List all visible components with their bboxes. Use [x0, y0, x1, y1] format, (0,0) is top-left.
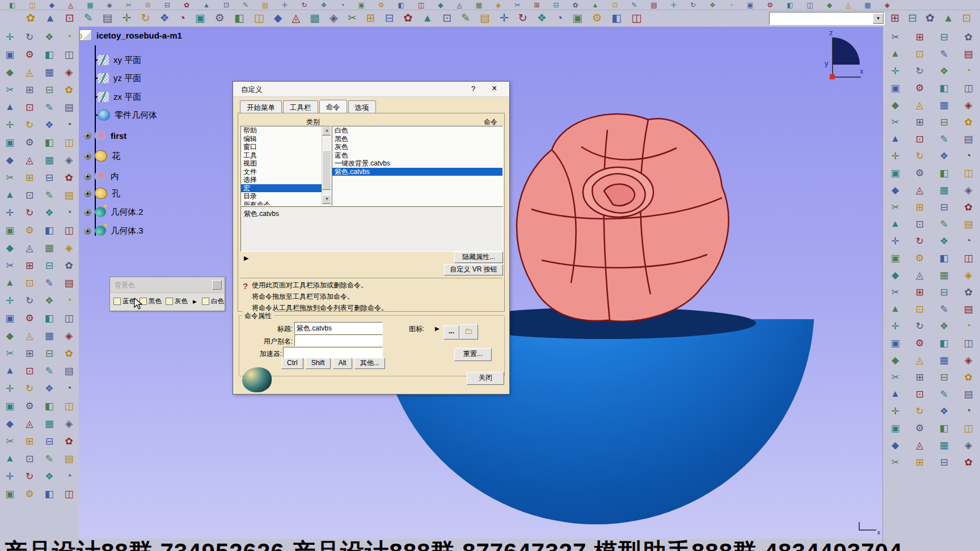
modifier-button-Alt[interactable]: Alt	[333, 358, 352, 369]
toolbar-icon[interactable]: ▲	[422, 12, 433, 24]
toolbar-icon[interactable]: ❖	[159, 11, 169, 24]
toolbar-icon[interactable]: ◈	[65, 330, 73, 342]
toolbar-icon[interactable]: ◬	[26, 418, 33, 430]
list-item[interactable]: 视图	[241, 159, 331, 168]
toolbar-icon[interactable]: ⚙	[915, 422, 924, 434]
toolbar-icon[interactable]: ✎	[940, 48, 948, 60]
toolbar-icon[interactable]: ❖	[45, 31, 53, 43]
toolbar-icon[interactable]: ◈	[885, 1, 890, 9]
toolbar-icon[interactable]: ▦	[45, 242, 54, 254]
toolbar-icon[interactable]: ▦	[476, 1, 482, 9]
toolbar-icon[interactable]: ▣	[747, 1, 753, 9]
modifier-button-Ctrl[interactable]: Ctrl	[281, 358, 303, 369]
toolbar-icon[interactable]: ◫	[65, 49, 74, 61]
toolbar-icon[interactable]: ◆	[892, 439, 899, 451]
toolbar-icon[interactable]: ◈	[65, 418, 73, 430]
toolbar-icon[interactable]: ⊞	[366, 11, 375, 24]
toolbar-icon[interactable]: ⊞	[26, 172, 33, 184]
toolbar-icon[interactable]: ◫	[631, 11, 641, 24]
toolbar-icon[interactable]: ⊡	[65, 11, 74, 24]
checkbox-灰色[interactable]	[166, 298, 173, 305]
toolbar-icon[interactable]: ◔	[66, 31, 71, 43]
toolbar-icon[interactable]: ▣	[5, 488, 14, 500]
toolbar-icon[interactable]: ◫	[964, 167, 973, 179]
toolbar-icon[interactable]: ▣	[5, 312, 14, 324]
toolbar-icon[interactable]: ◔	[66, 207, 71, 219]
toolbar-icon[interactable]: ◆	[49, 1, 54, 9]
toolbar-icon[interactable]: ◈	[107, 1, 112, 9]
checkbox-白色[interactable]	[202, 298, 209, 305]
toolbar-icon[interactable]: ✎	[45, 365, 53, 377]
list-item[interactable]: 所有命令	[241, 201, 331, 206]
toolbar-icon[interactable]: ✂	[891, 286, 899, 298]
tree-root-item[interactable]: ⚙ icetoy_rosebud-a-m1	[79, 29, 182, 41]
toolbar-icon[interactable]: ▤	[65, 277, 74, 289]
expand-plus-icon[interactable]: +	[84, 209, 91, 216]
toolbar-icon[interactable]: ▦	[87, 1, 93, 9]
toolbar-icon[interactable]: ◈	[965, 354, 972, 366]
toolbar-icon[interactable]: ▣	[195, 11, 205, 24]
toolbar-icon[interactable]: ◧	[45, 400, 54, 412]
toolbar-icon[interactable]: ◬	[26, 66, 33, 78]
toolbar-icon[interactable]: ✿	[65, 172, 73, 184]
orientation-compass[interactable]: z y x	[812, 28, 866, 85]
toolbar-icon[interactable]: ❖	[940, 405, 948, 417]
toolbar-icon[interactable]: ⚙	[26, 488, 34, 500]
toolbar-icon[interactable]: ✂	[348, 11, 357, 24]
toolbar-icon[interactable]: ◔	[556, 12, 563, 24]
toolbar-icon[interactable]: ◧	[939, 337, 948, 349]
toolbar-icon[interactable]: ▦	[939, 439, 948, 451]
toolbar-icon[interactable]: ✿	[65, 84, 73, 96]
toolbar-icon[interactable]: ✛	[6, 119, 14, 131]
toolbar-icon[interactable]: ▤	[964, 48, 973, 60]
toolbar-icon[interactable]: ▣	[5, 224, 14, 236]
dialog-titlebar[interactable]	[233, 82, 509, 97]
toolbar-icon[interactable]: ▦	[939, 354, 948, 366]
toolbar-icon[interactable]: ▦	[310, 11, 320, 24]
toolbar-icon[interactable]: ↻	[915, 65, 923, 77]
tree-item-2[interactable]: yz 平面	[98, 73, 141, 84]
toolbar-icon[interactable]: ⚙	[215, 11, 225, 24]
toolbar-icon[interactable]: ◔	[965, 65, 971, 77]
customize-vr-button[interactable]: 自定义 VR 按钮	[444, 264, 503, 276]
toolbar-icon[interactable]: ↻	[26, 295, 33, 307]
tree-item-4[interactable]: 零件几何体	[98, 109, 157, 121]
list-item[interactable]: 帮助	[241, 126, 331, 135]
toolbar-icon[interactable]: ▣	[358, 1, 364, 9]
toolbar-icon[interactable]: ⚙	[26, 312, 34, 324]
toolbar-icon[interactable]: ◆	[6, 154, 14, 166]
toolbar-icon[interactable]: ✿	[964, 116, 972, 128]
command-list[interactable]: 白色黑色灰色蓝色一键改背景.catvbs紫色.catvbs	[332, 126, 503, 206]
toolbar-icon[interactable]: ◈	[65, 66, 73, 78]
toolbar-icon[interactable]: ✛	[671, 1, 677, 9]
title-input[interactable]: 紫色.catvbs	[294, 322, 383, 334]
toolbar-icon[interactable]: ❖	[537, 11, 547, 24]
toolbar-icon[interactable]: ✎	[45, 277, 53, 289]
toolbar-icon[interactable]: ✛	[891, 320, 899, 332]
dialog-help-icon[interactable]: ?	[471, 84, 475, 93]
overflow-arrow-icon[interactable]: ▶	[193, 299, 197, 304]
toolbar-icon[interactable]: ⊟	[908, 11, 917, 24]
toolbar-icon[interactable]: ⊞	[915, 201, 923, 213]
toolbar-icon[interactable]: ▤	[651, 1, 657, 9]
toolbar-icon[interactable]: ✎	[461, 11, 470, 24]
toolbar-icon[interactable]: ❖	[45, 383, 53, 395]
toolbar-icon[interactable]: ✛	[6, 471, 14, 482]
toolbar-icon[interactable]: ◈	[965, 269, 972, 281]
toolbar-icon[interactable]: ◔	[66, 119, 71, 131]
tree-item-9[interactable]: +几何体.2	[84, 206, 143, 218]
toolbar-icon[interactable]: ◔	[66, 383, 71, 395]
toolbar-icon[interactable]: ⊞	[915, 286, 923, 298]
toolbar-icon[interactable]: ◈	[65, 242, 73, 254]
scroll-down-icon[interactable]: ▼	[322, 195, 331, 204]
toolbar-icon[interactable]: ▤	[65, 453, 74, 465]
toolbar-icon[interactable]: ▲	[5, 189, 15, 201]
tree-item-8[interactable]: +孔	[84, 188, 120, 199]
toolbar-icon[interactable]: ✿	[964, 371, 972, 383]
toolbar-icon[interactable]: ❖	[709, 1, 716, 9]
toolbar-icon[interactable]: ◔	[965, 150, 971, 162]
toolbar-icon[interactable]: ▤	[964, 303, 973, 315]
accelerator-input[interactable]	[283, 347, 383, 359]
toolbar-icon[interactable]: ◫	[254, 11, 264, 24]
toolbar-icon[interactable]: ◈	[965, 439, 972, 451]
